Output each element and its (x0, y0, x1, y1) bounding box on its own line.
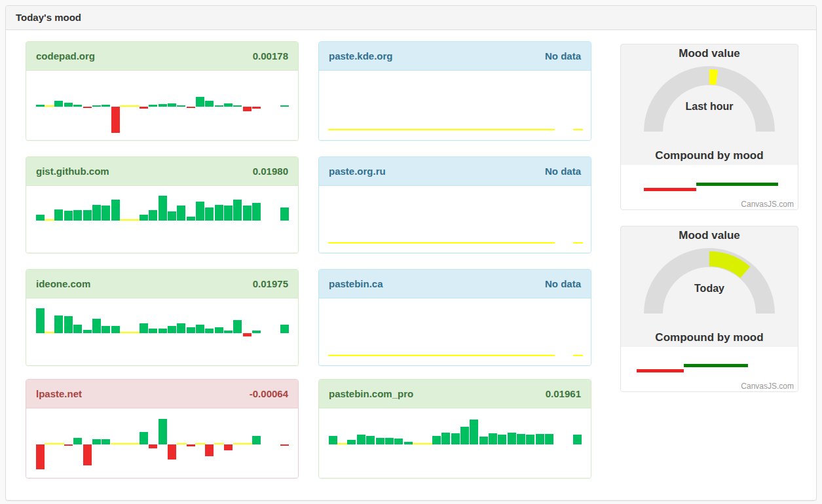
bar (573, 129, 583, 130)
bar (535, 242, 545, 243)
bar (479, 129, 489, 130)
bar (337, 242, 347, 243)
bar (73, 210, 82, 221)
site-panel-paste-kde-org: paste.kde.org No data (318, 41, 591, 141)
bar (573, 355, 583, 356)
site-panel-header: lpaste.net -0.00064 (26, 380, 298, 408)
bar (328, 242, 338, 243)
bar (205, 444, 214, 456)
bar (36, 308, 45, 333)
bar (54, 443, 64, 444)
site-panel-header: pastebin.com_pro 0.01961 (319, 380, 591, 408)
todays-mood-panel: Today's mood codepad.org 0.00178 gist.gi… (5, 5, 817, 501)
bar (460, 129, 470, 130)
bar (451, 433, 460, 444)
bar (347, 355, 357, 356)
bar (385, 438, 394, 444)
mood-value: No data (545, 278, 581, 289)
bar (573, 242, 583, 243)
bar (215, 205, 223, 221)
bar (177, 323, 185, 333)
bar (120, 219, 130, 221)
bar (394, 355, 404, 356)
bar (384, 129, 394, 130)
bar (422, 129, 432, 130)
bar (45, 443, 54, 444)
canvasjs-watermark-link[interactable]: CanvasJS.com (741, 382, 794, 391)
bar (441, 355, 451, 356)
bar (205, 329, 214, 333)
compound-title: Compound by mood (621, 331, 798, 344)
mood-value: No data (545, 166, 581, 177)
bar (243, 206, 252, 221)
bar (149, 105, 157, 107)
bar (432, 436, 441, 444)
bar (507, 242, 517, 243)
bar (195, 443, 205, 444)
bar (432, 129, 441, 130)
bar (460, 242, 470, 243)
bar (215, 105, 223, 107)
bar (54, 101, 63, 107)
site-panel-header: ideone.com 0.01975 (26, 270, 298, 298)
bar (479, 355, 489, 356)
bar (102, 326, 110, 333)
bar (413, 443, 422, 444)
site-name: codepad.org (36, 50, 95, 62)
bar (243, 333, 252, 336)
bar (337, 443, 347, 444)
mood-bar-chart (26, 186, 298, 253)
bar (516, 242, 526, 243)
bar (329, 436, 337, 444)
bar (347, 129, 357, 130)
site-panel-ideone-com: ideone.com 0.01975 (26, 269, 299, 366)
bar (337, 129, 347, 130)
bar (159, 104, 167, 107)
bar (140, 215, 148, 221)
bar (526, 242, 536, 243)
bar (73, 325, 82, 333)
site-name: paste.kde.org (329, 50, 393, 62)
bar (83, 210, 92, 221)
bar (356, 242, 366, 243)
bar (243, 107, 252, 111)
bar (187, 217, 195, 221)
bar (168, 103, 176, 107)
bar (536, 434, 544, 444)
bar (508, 433, 516, 444)
bar (384, 242, 394, 243)
mood-value: 0.01961 (546, 388, 581, 399)
bar (516, 129, 526, 130)
bar (498, 129, 508, 130)
site-panel-header: paste.kde.org No data (319, 42, 591, 71)
bar (159, 329, 167, 333)
site-panel-lpaste-net: lpaste.net -0.00064 (26, 379, 299, 478)
bar (470, 242, 479, 243)
bar (479, 242, 489, 243)
site-name: gist.github.com (36, 166, 109, 177)
mood-bar-chart (26, 408, 298, 478)
site-panel-gist-github-com: gist.github.com 0.01980 (26, 156, 299, 253)
site-name: pastebin.ca (329, 278, 383, 289)
bar (149, 444, 157, 448)
bar (45, 332, 54, 333)
bar (498, 242, 508, 243)
site-name: pastebin.com_pro (329, 388, 413, 399)
bar (120, 105, 130, 107)
bar (187, 327, 195, 333)
bar (365, 242, 375, 243)
mood-bar-chart (319, 186, 591, 253)
bar (36, 444, 45, 469)
bar (102, 206, 110, 221)
bar (356, 129, 366, 130)
bar (394, 242, 404, 243)
bar (45, 105, 54, 107)
mood-value: -0.00064 (250, 388, 288, 399)
site-panel-header: pastebin.ca No data (319, 270, 591, 298)
bar (92, 319, 101, 333)
bar (404, 442, 413, 444)
canvasjs-watermark-link[interactable]: CanvasJS.com (741, 200, 794, 209)
bar (187, 444, 195, 446)
bar (357, 435, 365, 444)
bar (64, 103, 73, 107)
